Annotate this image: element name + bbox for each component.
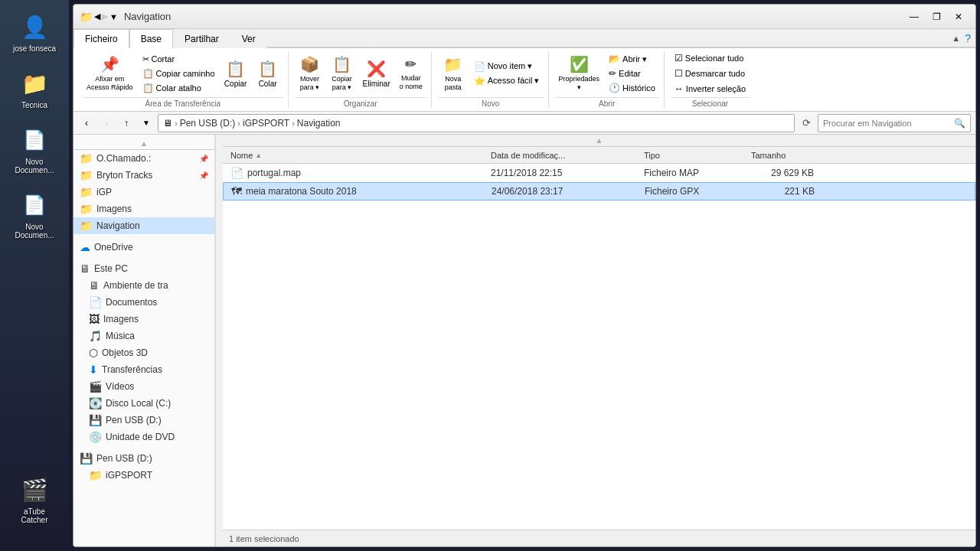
refresh-button[interactable]: ⟳ <box>798 115 815 132</box>
col-header-type[interactable]: Tipo <box>639 149 746 161</box>
pen-usb-d-icon: 💾 <box>89 414 102 426</box>
search-input[interactable] <box>823 119 951 128</box>
tab-partilhar[interactable]: Partilhar <box>173 29 230 48</box>
acesso-facil-button[interactable]: ⭐ Acesso fácil ▾ <box>470 74 544 88</box>
portugal-map-name: portugal.map <box>247 168 301 178</box>
ribbon-group-selecionar: ☑ Selecionar tudo ☐ Desmarcar tudo ↔ Inv… <box>666 51 754 108</box>
tab-base[interactable]: Base <box>129 29 173 48</box>
eliminar-button[interactable]: ❌ Eliminar <box>359 57 394 90</box>
disco-c-label: Disco Local (C:) <box>106 398 208 409</box>
back-button[interactable]: ‹ <box>78 115 95 132</box>
table-row[interactable]: 📄 portugal.map 21/11/2018 22:15 Ficheiro… <box>223 164 975 182</box>
col-header-date[interactable]: Data de modificaç... <box>486 149 639 161</box>
afixar-button[interactable]: 📌 Afixar emAcesso Rápido <box>83 53 137 94</box>
mudar-nome-button[interactable]: ✏ Mudaro nome <box>396 54 426 93</box>
mover-para-button[interactable]: 📦 Moverpara ▾ <box>295 53 325 94</box>
address-path[interactable]: 🖥 › Pen USB (D:) › iGPSPORT › Navigation <box>158 114 795 132</box>
col-header-nome[interactable]: Nome ▲ <box>226 149 486 161</box>
sidebar-item-pen-usb-d2[interactable]: 💾 Pen USB (D:) <box>74 450 214 467</box>
desktop-icon-novo-doc-1[interactable]: 📄 Novo Documen... <box>8 121 61 178</box>
recent-button[interactable]: ▼ <box>138 115 155 132</box>
file-list: 📄 portugal.map 21/11/2018 22:15 Ficheiro… <box>223 164 975 530</box>
selecionar-tudo-button[interactable]: ☑ Selecionar tudo <box>671 51 750 65</box>
documentos-label: Documentos <box>106 297 208 308</box>
nova-pasta-button[interactable]: 📁 Novapasta <box>438 53 469 94</box>
window-controls: — ❐ ✕ <box>903 8 969 25</box>
propriedades-button[interactable]: ✅ Propriedades▾ <box>555 53 604 94</box>
musica-icon: 🎵 <box>89 330 102 342</box>
historico-button[interactable]: 🕐 Histórico <box>605 81 659 95</box>
desktop-icon-jose-fonseca[interactable]: 👤 jose fonseca <box>8 8 61 57</box>
copiar-caminho-button[interactable]: 📋 Copiar caminho <box>139 67 219 80</box>
map-file-icon: 📄 <box>230 167 243 179</box>
sort-arrow: ▲ <box>255 152 262 159</box>
ribbon-collapse-icon[interactable]: ▲ <box>952 34 960 43</box>
tab-ficheiro[interactable]: Ficheiro <box>74 29 129 48</box>
editar-button[interactable]: ✏ Editar <box>605 67 659 80</box>
path-igpsport[interactable]: iGPSPORT <box>240 117 292 129</box>
sidebar-item-transferencias[interactable]: ⬇ Transferências <box>74 361 214 378</box>
table-row[interactable]: 🗺 meia maratona Souto 2018 24/06/2018 23… <box>223 182 975 201</box>
sidebar-item-documentos[interactable]: 📄 Documentos <box>74 294 214 311</box>
desktop-icon-novo-doc-2[interactable]: 📄 Novo Documen... <box>8 186 61 243</box>
cortar-button[interactable]: ✂ Cortar <box>139 53 219 66</box>
inverter-selecao-button[interactable]: ↔ Inverter seleção <box>671 82 750 96</box>
nav-sidebar: ▲ 📁 O.Chamado.: 📌 📁 Bryton Tracks 📌 📁 iG… <box>74 135 215 546</box>
minimize-button[interactable]: — <box>903 8 925 25</box>
sidebar-item-imagens[interactable]: 📁 Imagens <box>74 201 214 217</box>
desktop-icon-tecnica[interactable]: 📁 Tecnica <box>8 64 61 113</box>
cortar-label: Cortar <box>152 54 175 64</box>
path-pen-usb[interactable]: Pen USB (D:) <box>178 117 238 129</box>
maximize-button[interactable]: ❐ <box>926 8 947 25</box>
ribbon-tabs: Ficheiro Base Partilhar Ver ▲ ? <box>74 29 975 48</box>
sidebar-item-ambiente[interactable]: 🖥 Ambiente de tra <box>74 277 214 294</box>
close-button[interactable]: ✕ <box>948 8 969 25</box>
sidebar-item-unidade-dvd[interactable]: 💿 Unidade de DVD <box>74 429 214 445</box>
este-pc-label: Este PC <box>94 263 208 274</box>
sidebar-item-musica[interactable]: 🎵 Música <box>74 328 214 344</box>
propriedades-icon: ✅ <box>570 55 589 73</box>
up-button[interactable]: ↑ <box>118 115 135 132</box>
sidebar-scrollbar[interactable] <box>215 135 223 546</box>
ambiente-icon: 🖥 <box>89 279 100 292</box>
novo-item-button[interactable]: 📄 Novo item ▾ <box>470 60 544 73</box>
o-chamado-label: O.Chamado.: <box>96 153 195 164</box>
sidebar-item-onedrive[interactable]: ☁ OneDrive <box>74 239 214 256</box>
sidebar-item-igp[interactable]: 📁 iGP <box>74 184 214 201</box>
propriedades-label: Propriedades▾ <box>559 75 600 92</box>
pen-usb-d-label: Pen USB (D:) <box>106 415 208 425</box>
sidebar-item-bryton-tracks[interactable]: 📁 Bryton Tracks 📌 <box>74 167 214 184</box>
sidebar-item-igpsport[interactable]: 📁 iGPSPORT <box>74 467 214 484</box>
desmarcar-tudo-label: Desmarcar tudo <box>685 69 745 78</box>
onedrive-label: OneDrive <box>94 242 208 253</box>
sidebar-item-imagens2[interactable]: 🖼 Imagens <box>74 311 214 328</box>
sidebar-item-navigation[interactable]: 📁 Navigation <box>74 217 214 234</box>
sidebar-item-este-pc[interactable]: 🖥 Este PC <box>74 260 214 277</box>
sidebar-item-objetos3d[interactable]: ⬡ Objetos 3D <box>74 344 214 361</box>
sidebar-item-videos[interactable]: 🎬 Vídeos <box>74 378 214 395</box>
gpx-file-icon: 🗺 <box>231 185 242 197</box>
sidebar-item-pen-usb-d[interactable]: 💾 Pen USB (D:) <box>74 412 214 429</box>
sidebar-item-o-chamado[interactable]: 📁 O.Chamado.: 📌 <box>74 150 214 167</box>
abrir-buttons: ✅ Propriedades▾ 📂 Abrir ▾ ✏ Editar 🕐 His… <box>555 51 659 96</box>
nova-pasta-icon: 📁 <box>443 55 462 73</box>
desmarcar-tudo-button[interactable]: ☐ Desmarcar tudo <box>671 67 750 80</box>
sidebar-item-disco-c[interactable]: 💽 Disco Local (C:) <box>74 395 214 412</box>
imagens-label: Imagens <box>96 204 208 214</box>
file-area: ▲ Nome ▲ Data de modificaç... Tipo Taman… <box>223 135 975 546</box>
path-navigation[interactable]: Navigation <box>295 117 343 129</box>
copiar-para-button[interactable]: 📋 Copiarpara ▾ <box>327 53 358 94</box>
acesso-facil-label: Acesso fácil ▾ <box>488 76 540 86</box>
copiar-button[interactable]: 📋 Copiar <box>220 57 251 90</box>
col-header-size[interactable]: Tamanho <box>746 149 823 161</box>
abrir-btn[interactable]: 📂 Abrir ▾ <box>605 52 659 66</box>
colar-atalho-button[interactable]: 📋 Colar atalho <box>139 81 219 95</box>
ribbon-help-icon[interactable]: ? <box>965 32 971 44</box>
desktop-icon-atube[interactable]: 🎬 aTube Catcher <box>8 471 61 528</box>
tab-ver[interactable]: Ver <box>230 29 267 48</box>
status-bar: 1 item selecionado <box>223 530 975 546</box>
forward-button[interactable]: › <box>98 115 115 132</box>
search-box[interactable]: 🔍 <box>818 114 971 132</box>
sidebar-scroll-up[interactable]: ▲ <box>74 138 214 150</box>
colar-button[interactable]: 📋 Colar <box>253 57 283 90</box>
